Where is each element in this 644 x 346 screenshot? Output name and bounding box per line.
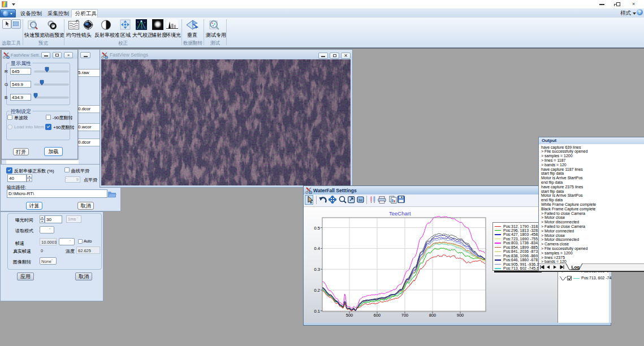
svg-text:Log: Log [572,265,580,270]
svg-text:3d: 3d [358,198,362,202]
